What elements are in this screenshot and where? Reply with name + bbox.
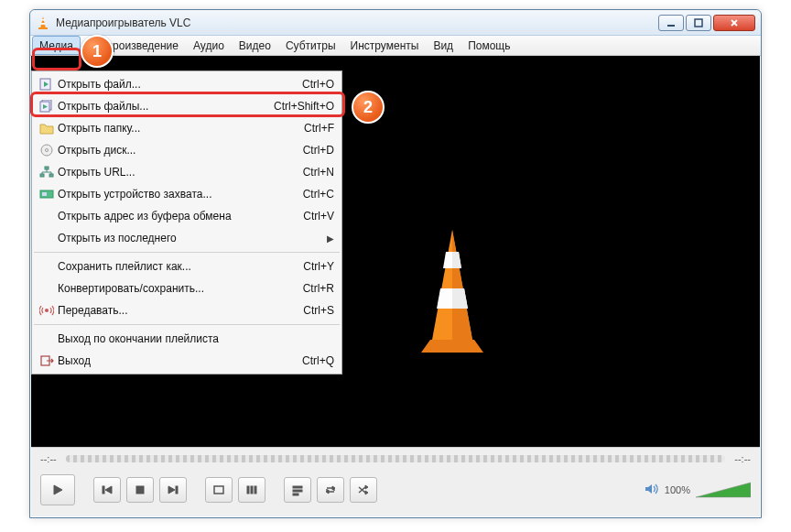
svg-rect-20 [214, 486, 223, 494]
menu-tools[interactable]: Инструменты [343, 36, 427, 55]
fullscreen-button[interactable] [205, 477, 233, 503]
menu-item-label: Открыть файл... [58, 78, 302, 91]
svg-rect-15 [103, 486, 104, 494]
menu-item-shortcut: Ctrl+O [302, 78, 334, 91]
svg-rect-4 [667, 25, 675, 27]
menu-subtitle[interactable]: Субтитры [278, 36, 343, 55]
svg-marker-16 [105, 486, 112, 494]
svg-rect-42 [49, 174, 53, 177]
next-button[interactable] [159, 477, 187, 503]
svg-rect-41 [40, 174, 44, 177]
annotation-badge-2: 2 [352, 91, 385, 124]
seek-bar[interactable] [66, 455, 726, 462]
menu-separator [34, 324, 340, 325]
svg-point-45 [45, 309, 49, 312]
minimize-button[interactable] [658, 15, 684, 31]
menu-audio[interactable]: Аудио [186, 36, 232, 55]
svg-marker-13 [452, 288, 468, 309]
titlebar: Медиапроигрыватель VLC [30, 10, 761, 36]
menu-item-label: Открыть из последнего [58, 232, 327, 244]
window-buttons [658, 15, 755, 31]
volume-slider[interactable] [696, 481, 751, 499]
menu-item-6[interactable]: Открыть адрес из буфера обменаCtrl+V [32, 205, 341, 227]
time-elapsed: --:-- [40, 453, 57, 464]
ext-settings-button[interactable] [238, 477, 265, 503]
svg-rect-3 [41, 23, 46, 25]
submenu-arrow-icon: ▶ [327, 233, 334, 244]
menu-item-4[interactable]: Открыть URL...Ctrl+N [32, 161, 341, 183]
stop-button[interactable] [126, 477, 154, 503]
menu-help[interactable]: Помощь [461, 36, 517, 55]
file-play-icon [36, 78, 58, 91]
menu-item-11[interactable]: Передавать...Ctrl+S [32, 299, 341, 321]
menu-item-7[interactable]: Открыть из последнего▶ [32, 227, 341, 249]
quit-icon [36, 354, 58, 367]
svg-rect-5 [695, 19, 702, 27]
menu-item-label: Сохранить плейлист как... [58, 260, 303, 273]
menu-item-label: Открыть адрес из буфера обмена [58, 210, 303, 223]
prev-button[interactable] [93, 477, 121, 503]
menu-item-label: Передавать... [58, 304, 303, 317]
window-title: Медиапроигрыватель VLC [56, 16, 658, 29]
menu-media[interactable]: Медиа [32, 36, 81, 55]
svg-marker-18 [168, 486, 175, 494]
folder-icon [36, 122, 58, 135]
svg-marker-7 [421, 340, 483, 353]
close-button[interactable] [713, 15, 755, 31]
time-row: --:-- --:-- [31, 448, 760, 470]
menu-item-9[interactable]: Сохранить плейлист как...Ctrl+Y [32, 255, 341, 277]
svg-point-39 [46, 149, 49, 152]
menu-item-shortcut: Ctrl+V [303, 210, 334, 223]
menu-item-label: Конвертировать/сохранить... [58, 282, 303, 295]
maximize-button[interactable] [686, 15, 711, 31]
svg-rect-21 [247, 486, 249, 494]
menu-item-14[interactable]: ВыходCtrl+Q [32, 350, 341, 372]
menu-item-10[interactable]: Конвертировать/сохранить...Ctrl+R [32, 277, 341, 299]
menu-item-3[interactable]: Открыть диск...Ctrl+D [32, 139, 341, 161]
menu-item-label: Открыть файлы... [58, 100, 274, 113]
svg-marker-29 [365, 485, 368, 489]
menu-item-label: Выход [58, 354, 302, 367]
svg-rect-2 [41, 19, 44, 21]
menu-item-shortcut: Ctrl+F [304, 122, 334, 135]
menu-item-5[interactable]: Открыть устройство захвата...Ctrl+C [32, 183, 341, 205]
menu-video[interactable]: Видео [232, 36, 278, 55]
play-button[interactable] [40, 474, 75, 505]
menu-item-shortcut: Ctrl+S [303, 304, 334, 317]
svg-rect-40 [45, 167, 49, 169]
menu-item-0[interactable]: Открыть файл...Ctrl+O [32, 73, 341, 95]
menu-separator [34, 252, 340, 253]
svg-rect-23 [255, 486, 256, 494]
svg-marker-9 [452, 230, 472, 340]
menu-item-label: Открыть URL... [58, 166, 303, 179]
svg-rect-1 [38, 27, 48, 29]
menubar: Медиа Воспроизведение Аудио Видео Субтит… [30, 36, 761, 56]
shuffle-button[interactable] [350, 477, 377, 503]
menu-item-shortcut: Ctrl+R [303, 282, 334, 295]
menu-item-2[interactable]: Открыть папку...Ctrl+F [32, 117, 341, 139]
menu-item-13[interactable]: Выход по окончании плейлиста [32, 328, 341, 350]
menu-item-label: Открыть устройство захвата... [58, 188, 303, 201]
menu-view[interactable]: Вид [426, 36, 461, 55]
svg-rect-44 [42, 192, 47, 196]
loop-button[interactable] [317, 477, 344, 503]
menu-item-shortcut: Ctrl+Q [302, 354, 334, 367]
menu-item-shortcut: Ctrl+Shift+O [274, 100, 334, 113]
speaker-icon [645, 483, 659, 498]
menu-item-label: Открыть диск... [58, 144, 303, 157]
volume-percent: 100% [665, 484, 690, 495]
menu-item-label: Открыть папку... [58, 122, 304, 135]
menu-item-shortcut: Ctrl+D [303, 144, 334, 157]
svg-marker-0 [40, 16, 46, 28]
svg-marker-31 [645, 484, 652, 494]
menu-item-1[interactable]: Открыть файлы...Ctrl+Shift+O [32, 95, 341, 117]
time-total: --:-- [734, 453, 751, 464]
svg-marker-30 [365, 491, 368, 494]
svg-marker-32 [696, 483, 751, 497]
playlist-button[interactable] [284, 477, 311, 503]
volume-control[interactable]: 100% [645, 481, 751, 499]
vlc-cone-icon [36, 16, 50, 30]
svg-rect-19 [176, 486, 178, 494]
svg-marker-11 [452, 252, 461, 268]
files-play-icon [36, 100, 58, 113]
